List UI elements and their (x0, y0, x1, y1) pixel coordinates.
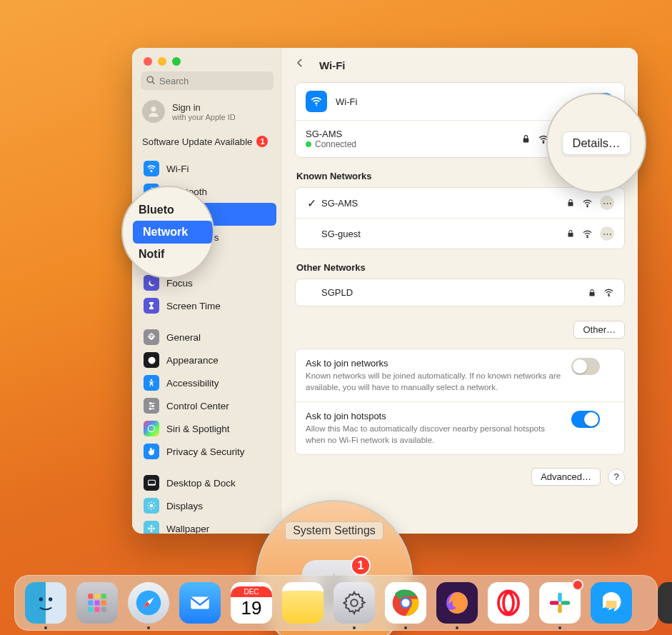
search-icon (146, 75, 156, 86)
known-network-row[interactable]: ✓SG-AMS⋯ (296, 188, 624, 218)
svg-rect-63 (550, 601, 559, 605)
sidebar-item-control-center[interactable]: Control Center (138, 394, 276, 417)
svg-rect-62 (558, 604, 562, 613)
back-button[interactable] (295, 58, 309, 72)
svg-rect-45 (101, 600, 106, 605)
lock-icon (521, 134, 531, 144)
svg-point-17 (150, 504, 154, 508)
sidebar-item-label: Wallpaper (166, 524, 209, 534)
wifi-options-card: Ask to join networks Known networks will… (295, 349, 625, 455)
update-badge: 1 (256, 136, 268, 147)
dock-notes[interactable] (282, 582, 324, 624)
dock-opera[interactable] (488, 582, 529, 624)
sidebar-item-displays[interactable]: Displays (138, 494, 276, 517)
svg-point-3 (151, 171, 152, 172)
dock-sublime-text[interactable] (658, 582, 672, 624)
ask-hotspot-desc: Allow this Mac to automatically discover… (306, 424, 563, 446)
sidebar-item-label: General (166, 332, 201, 343)
svg-point-27 (151, 525, 153, 527)
network-ssid: SG-AMS (317, 198, 566, 209)
svg-rect-42 (101, 594, 106, 599)
svg-line-23 (154, 508, 154, 509)
ask-hotspot-row: Ask to join hotspots Allow this Mac to a… (296, 401, 624, 454)
sidebar-search (141, 71, 274, 90)
wifi-signal-icon (582, 198, 593, 209)
svg-point-0 (147, 76, 153, 82)
svg-line-1 (152, 81, 154, 84)
sidebar-item-general[interactable]: General (138, 326, 276, 349)
sidebar-item-label: Privacy & Security (166, 446, 245, 457)
known-network-row[interactable]: SG-guest⋯ (296, 218, 624, 249)
dock-slack[interactable] (539, 582, 581, 624)
ask-join-title: Ask to join networks (306, 358, 563, 369)
sidebar-item-accessibility[interactable]: Accessibility (138, 371, 276, 394)
software-update-row[interactable]: Software Update Available 1 (132, 131, 282, 157)
svg-point-33 (587, 206, 588, 206)
svg-rect-46 (88, 607, 93, 612)
status-dot-icon (306, 141, 311, 147)
dock-launchpad[interactable] (76, 582, 118, 624)
current-network-icons (521, 134, 549, 145)
svg-point-29 (148, 528, 150, 530)
dock-mail[interactable] (179, 582, 221, 624)
svg-point-38 (40, 598, 42, 600)
svg-point-58 (498, 591, 518, 614)
dock-icon (144, 475, 159, 491)
connected-check-icon: ✓ (306, 196, 317, 210)
window-minimize-button[interactable] (158, 57, 166, 66)
network-more-button[interactable]: ⋯ (600, 196, 614, 210)
ask-join-toggle[interactable] (571, 358, 600, 375)
sidebar-item-wallpaper[interactable]: Wallpaper (138, 517, 276, 534)
other-network-button[interactable]: Other… (573, 321, 625, 339)
appearance-icon (144, 352, 159, 368)
siri-icon (144, 421, 159, 436)
window-close-button[interactable] (144, 57, 152, 66)
advanced-button[interactable]: Advanced… (531, 468, 601, 486)
svg-point-7 (151, 379, 153, 381)
sidebar-signin[interactable]: Sign in with your Apple ID (132, 97, 282, 131)
sidebar-item-appearance[interactable]: Appearance (138, 349, 276, 371)
svg-point-2 (151, 106, 156, 111)
sidebar-item-siri-spotlight[interactable]: Siri & Spotlight (138, 417, 276, 440)
lock-icon (566, 199, 575, 207)
sidebar-item-wi-fi[interactable]: Wi-Fi (138, 157, 276, 180)
zoom-label-network: Network (133, 221, 213, 244)
dock-chrome[interactable] (385, 582, 426, 624)
running-indicator (147, 626, 150, 629)
help-button[interactable]: ? (608, 469, 625, 486)
dock-thunderbird[interactable] (591, 582, 632, 624)
svg-point-30 (153, 528, 155, 530)
bottom-actions: Advanced… ? (295, 465, 625, 486)
svg-point-32 (543, 142, 544, 143)
sidebar-item-label: Control Center (166, 401, 229, 411)
svg-point-12 (152, 405, 154, 406)
svg-rect-47 (94, 607, 99, 612)
sidebar-item-desktop-dock[interactable]: Desktop & Dock (138, 471, 276, 494)
page-title: Wi-Fi (319, 59, 346, 71)
dock-finder[interactable] (25, 582, 66, 624)
sidebar-item-label: Siri & Spotlight (166, 424, 230, 434)
svg-point-28 (151, 530, 153, 532)
svg-point-31 (316, 104, 317, 106)
software-update-label: Software Update Available (142, 136, 252, 147)
sun-icon (144, 498, 159, 514)
zoom-details-button: Details… (562, 131, 631, 155)
dock-calendar[interactable]: DEC 19 (231, 582, 272, 624)
zoom-label-bluetooth: Blueto (139, 204, 213, 216)
network-more-button[interactable]: ⋯ (600, 226, 614, 241)
dock-firefox[interactable] (436, 582, 478, 624)
window-zoom-button[interactable] (172, 57, 181, 66)
other-network-row[interactable]: SGPLD (296, 279, 624, 306)
sidebar-item-screen-time[interactable]: Screen Time (138, 294, 276, 317)
ask-hotspot-toggle[interactable] (571, 411, 600, 428)
search-input[interactable] (141, 71, 274, 90)
network-ssid: SGPLD (306, 287, 588, 298)
dock-safari[interactable] (128, 582, 169, 624)
running-indicator (558, 626, 561, 629)
sidebar-item-privacy-security[interactable]: Privacy & Security (138, 440, 276, 463)
dock-system-settings[interactable] (334, 582, 375, 624)
svg-rect-61 (561, 601, 570, 605)
lock-icon (566, 229, 575, 238)
svg-line-24 (154, 503, 154, 504)
other-networks-list: SGPLD (295, 279, 625, 306)
